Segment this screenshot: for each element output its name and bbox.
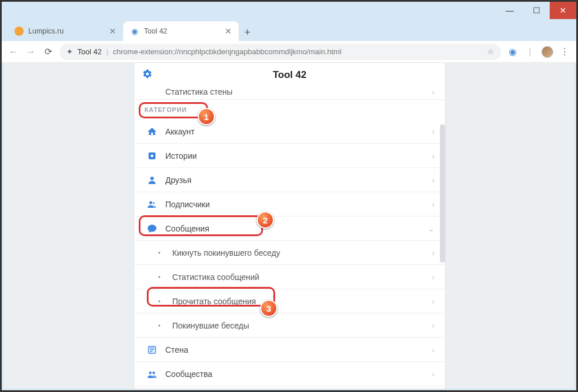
bookmark-star-icon[interactable]: ☆ — [487, 47, 494, 56]
svg-point-9 — [149, 371, 152, 374]
list-item-subscribers[interactable]: Подписчики › — [134, 192, 445, 216]
sub-item-read-msgs[interactable]: ▪ Прочитать сообщения › — [134, 289, 445, 313]
chevron-right-icon: › — [432, 200, 435, 209]
favicon-tool42-icon: ◉ — [130, 27, 139, 36]
chevron-right-icon: › — [432, 176, 435, 185]
section-header-label: КАТЕГОРИИ — [144, 106, 187, 113]
tab-label: Tool 42 — [144, 27, 167, 35]
user-icon — [144, 175, 160, 185]
close-tab-icon[interactable]: ✕ — [109, 27, 116, 36]
tab-label: Lumpics.ru — [28, 27, 64, 35]
svg-point-1 — [151, 154, 154, 157]
item-label: Аккаунт — [165, 127, 195, 136]
chevron-right-icon: › — [432, 369, 435, 379]
section-header-categories: КАТЕГОРИИ — [134, 100, 445, 120]
item-label: Статистика стены — [165, 87, 232, 96]
tool42-panel: Tool 42 Статистика стены › КАТЕГОРИИ Акк… — [134, 63, 445, 389]
page-viewport: Tool 42 Статистика стены › КАТЕГОРИИ Акк… — [3, 63, 575, 389]
item-label: Статистика сообщений — [172, 272, 260, 282]
chevron-down-icon: ⌄ — [428, 224, 435, 233]
toolbar-row: ← → ⟳ ✦ Tool 42 | chrome-extension://nnc… — [2, 41, 576, 63]
item-label: Сообщения — [165, 224, 209, 233]
svg-point-4 — [153, 201, 155, 204]
extension-icon: ✦ — [66, 47, 73, 56]
address-path: chrome-extension://nncphlpcbkdenjngapbab… — [113, 47, 341, 56]
item-label: Кикнуть покинувшего беседу — [172, 248, 280, 257]
svg-point-2 — [150, 177, 154, 180]
chevron-right-icon: › — [432, 297, 435, 306]
sub-item-kick[interactable]: ▪ Кикнуть покинувшего беседу › — [134, 241, 445, 265]
community-icon — [144, 369, 160, 379]
list-item-friends[interactable]: Друзья › — [134, 168, 445, 192]
list-item-communities[interactable]: Сообщества › — [134, 362, 445, 386]
back-button[interactable]: ← — [8, 47, 19, 57]
profile-avatar[interactable] — [542, 46, 553, 58]
svg-point-10 — [153, 371, 155, 374]
address-site: Tool 42 — [77, 47, 102, 56]
item-label: Подписчики — [165, 200, 210, 209]
address-bar[interactable]: ✦ Tool 42 | chrome-extension://nncphlpcb… — [60, 44, 501, 60]
item-label: Покинувшие беседы — [172, 321, 249, 330]
window-titlebar: ― ☐ ✕ — [2, 2, 576, 19]
close-window-button[interactable]: ✕ — [550, 2, 576, 19]
maximize-button[interactable]: ☐ — [523, 2, 550, 19]
browser-window: ― ☐ ✕ Lumpics.ru ✕ ◉ Tool 42 ✕ + ← → ⟳ ✦… — [0, 0, 578, 392]
svg-point-3 — [149, 201, 152, 204]
menu-button[interactable]: ⋮ — [559, 46, 570, 57]
list-item-stats-wall[interactable]: Статистика стены › — [134, 87, 445, 100]
list-item-stories[interactable]: Истории › — [134, 144, 445, 168]
chevron-right-icon: › — [432, 321, 435, 330]
scrollbar[interactable] — [440, 124, 445, 263]
item-label: Истории — [165, 151, 197, 160]
chevron-right-icon: › — [432, 87, 435, 96]
item-label: Сообщества — [165, 369, 212, 379]
bullet-icon: ▪ — [158, 298, 166, 304]
tab-tool42[interactable]: ◉ Tool 42 ✕ — [123, 21, 239, 41]
square-icon — [144, 151, 160, 161]
settings-gear-icon[interactable] — [142, 69, 153, 82]
app-header: Tool 42 — [134, 63, 445, 87]
new-tab-button[interactable]: + — [239, 24, 256, 41]
tab-lumpics[interactable]: Lumpics.ru ✕ — [8, 21, 123, 41]
favicon-lumpics-icon — [14, 27, 24, 36]
wall-icon — [144, 345, 160, 355]
home-icon — [144, 126, 160, 137]
close-tab-icon[interactable]: ✕ — [225, 27, 232, 36]
extension-toolbar-icon[interactable]: ◉ — [507, 46, 518, 57]
item-label: Прочитать сообщения — [172, 297, 256, 306]
chevron-right-icon: › — [432, 248, 435, 257]
list-item-account[interactable]: Аккаунт › — [134, 120, 445, 144]
chat-icon — [144, 223, 160, 234]
bullet-icon: ▪ — [158, 249, 166, 256]
list-item-wall[interactable]: Стена › — [134, 338, 445, 362]
bullet-icon: ▪ — [158, 322, 166, 328]
users-icon — [144, 199, 160, 210]
list-area: Статистика стены › КАТЕГОРИИ Аккаунт › — [134, 87, 445, 389]
reload-button[interactable]: ⟳ — [42, 46, 54, 57]
sub-item-msg-stats[interactable]: ▪ Статистика сообщений › — [134, 265, 445, 289]
chevron-right-icon: › — [432, 151, 435, 160]
sub-item-left-chats[interactable]: ▪ Покинувшие беседы › — [134, 313, 445, 338]
item-label: Друзья — [165, 176, 191, 185]
chevron-right-icon: › — [432, 272, 435, 282]
app-title: Tool 42 — [273, 69, 306, 81]
minimize-button[interactable]: ― — [497, 2, 523, 19]
bullet-icon: ▪ — [158, 274, 166, 280]
tab-strip: Lumpics.ru ✕ ◉ Tool 42 ✕ + — [2, 19, 576, 41]
item-label: Стена — [165, 345, 188, 354]
forward-button[interactable]: → — [25, 47, 36, 57]
chevron-right-icon: › — [432, 127, 435, 136]
list-item-messages[interactable]: Сообщения ⌄ — [134, 216, 445, 241]
chevron-right-icon: › — [432, 345, 435, 354]
